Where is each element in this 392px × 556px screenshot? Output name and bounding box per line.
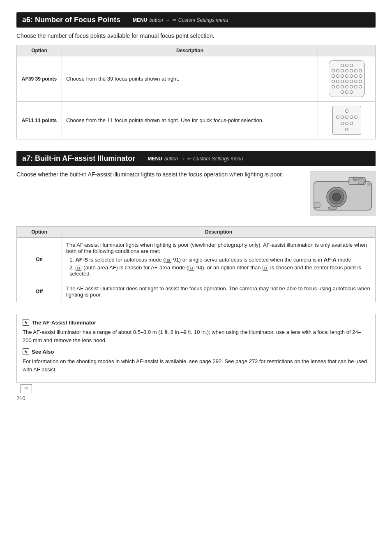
table-row: Off The AF-assist illuminator does not l… (17, 281, 376, 302)
focus-grid-11 (332, 106, 361, 135)
note-box: ✎ The AF-Assist Illuminator The AF-assis… (16, 314, 376, 383)
desc-off: The AF-assist illuminator does not light… (62, 281, 376, 302)
desc-on: The AF-assist illuminator lights when li… (62, 238, 376, 281)
svg-rect-10 (314, 203, 320, 208)
nav-settings-a7: Custom Settings menu (193, 156, 243, 162)
table-row: On The AF-assist illuminator lights when… (17, 238, 376, 281)
nav-icon-a7: ✏ (187, 156, 191, 162)
section-a6-header: a6: Number of Focus Points MENU button →… (16, 12, 376, 28)
svg-rect-8 (348, 180, 351, 181)
option-off: Off (17, 281, 62, 302)
camera-image: N (310, 171, 376, 216)
camera-diagram-svg: N (312, 173, 374, 214)
img-af39 (318, 56, 376, 102)
col-header-option-a7: Option (17, 227, 62, 238)
section-a6-table: Option Description AF39 39 points Choose… (16, 45, 376, 139)
svg-rect-5 (328, 207, 337, 209)
table-row: AF39 39 points Choose from the 39 focus … (17, 56, 376, 102)
button-label: button (149, 17, 163, 23)
page-footer: ☰ 210 (16, 395, 376, 401)
section-a7-nav: MENU button → ✏ Custom Settings menu (148, 156, 243, 162)
section-a7-header: a7: Built-in AF-assist Illuminator MENU … (16, 151, 376, 166)
col-header-description: Description (62, 45, 318, 56)
button-label-a7: button (164, 156, 178, 162)
section-a7: a7: Built-in AF-assist Illuminator MENU … (16, 151, 376, 383)
img-af11 (318, 102, 376, 139)
desc-af39: Choose from the 39 focus points shown at… (62, 56, 318, 102)
note-title-af-illuminator: ✎ The AF-Assist Illuminator (23, 319, 369, 326)
section-a6-title: a6: Number of Focus Points (22, 16, 120, 24)
option-af11: AF11 11 points (17, 102, 62, 139)
section-a6: a6: Number of Focus Points MENU button →… (16, 12, 376, 139)
col-header-image (318, 45, 376, 56)
note-title-see-also: ✎ See Also (23, 348, 369, 355)
svg-point-7 (353, 177, 357, 181)
nav-icon: ✏ (172, 17, 176, 23)
section-a7-intro-area: N Choose whether the built-in AF-assist … (16, 171, 376, 220)
option-af39: AF39 39 points (17, 56, 62, 102)
note-icon: ✎ (23, 319, 29, 326)
section-a6-intro: Choose the number of focus points availa… (16, 32, 376, 39)
focus-grid-39 (329, 60, 365, 97)
col-header-option: Option (17, 45, 62, 56)
section-a7-table: Option Description On The AF-assist illu… (16, 226, 376, 302)
menu-label-a7: MENU (148, 156, 162, 162)
nav-arrow-a7: → (180, 156, 185, 162)
desc-af11: Choose from the 11 focus points shown at… (62, 102, 318, 139)
svg-text:N: N (367, 183, 370, 187)
note-text-af-illuminator: The AF-assist illuminator has a range of… (23, 328, 369, 344)
note-icon-2: ✎ (23, 348, 29, 355)
bottom-icon: ☰ (21, 384, 32, 393)
menu-label: MENU (133, 17, 147, 23)
table-row: AF11 11 points Choose from the 11 focus … (17, 102, 376, 139)
section-a7-title: a7: Built-in AF-assist Illuminator (22, 154, 135, 163)
note-text-see-also: For information on the shooting modes in… (23, 357, 369, 373)
section-a6-nav: MENU button → ✏ Custom Settings menu (133, 17, 228, 23)
col-header-description-a7: Description (62, 227, 376, 238)
svg-point-6 (358, 178, 364, 185)
option-on: On (17, 238, 62, 281)
page-number: 210 (16, 395, 25, 401)
nav-arrow: → (165, 17, 170, 23)
nav-settings: Custom Settings menu (178, 17, 228, 23)
svg-point-3 (332, 193, 341, 201)
